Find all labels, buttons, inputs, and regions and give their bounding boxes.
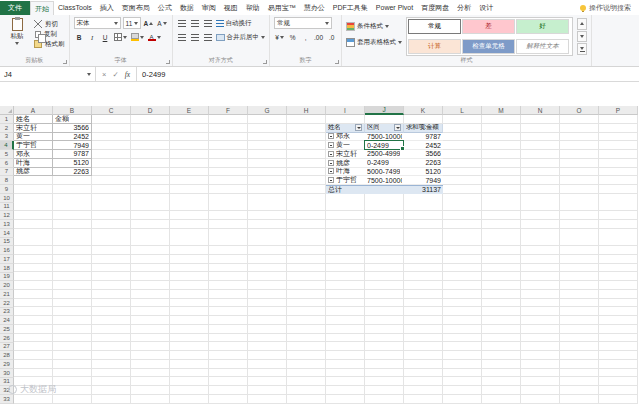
- wrap-text-button[interactable]: 自动换行: [216, 17, 252, 29]
- cell[interactable]: 总计: [326, 185, 365, 194]
- column-header[interactable]: N: [521, 106, 560, 115]
- pivot-expand-icon[interactable]: [328, 151, 334, 157]
- cancel-button[interactable]: ×: [102, 70, 106, 79]
- cell[interactable]: 宋立轩: [14, 124, 53, 133]
- row-header[interactable]: 20: [0, 281, 14, 290]
- ribbon-tab[interactable]: ClassTools: [54, 1, 96, 15]
- row-header[interactable]: 27: [0, 343, 14, 352]
- ribbon-tab[interactable]: 分析: [453, 1, 475, 15]
- align-top-button[interactable]: [177, 17, 188, 29]
- row-header[interactable]: 25: [0, 325, 14, 334]
- dialog-launcher-icon[interactable]: [63, 60, 67, 64]
- column-header[interactable]: A: [14, 106, 53, 115]
- increase-font-button[interactable]: A: [143, 17, 155, 29]
- cell[interactable]: 3566: [404, 150, 443, 159]
- fill-color-button[interactable]: [130, 31, 145, 43]
- ribbon-tab[interactable]: 页面布局: [118, 1, 154, 15]
- row-header[interactable]: 3: [0, 133, 14, 142]
- cell-style-item[interactable]: 计算: [408, 39, 461, 54]
- pivot-expand-icon[interactable]: [328, 177, 334, 183]
- column-header[interactable]: J: [365, 106, 404, 115]
- row-header[interactable]: 17: [0, 255, 14, 264]
- pivot-expand-icon[interactable]: [328, 142, 334, 148]
- cell-style-item[interactable]: 解释性文本: [516, 39, 569, 54]
- row-header[interactable]: 12: [0, 211, 14, 220]
- row-header[interactable]: 1: [0, 115, 14, 124]
- row-header[interactable]: 28: [0, 351, 14, 360]
- cell[interactable]: 5120: [53, 159, 92, 168]
- row-header[interactable]: 8: [0, 176, 14, 185]
- align-center-button[interactable]: [190, 31, 201, 43]
- ribbon-tab[interactable]: 慧办公: [300, 1, 329, 15]
- row-header[interactable]: 14: [0, 229, 14, 238]
- borders-button[interactable]: [113, 31, 128, 43]
- dialog-launcher-icon[interactable]: [335, 60, 339, 64]
- comma-style-button[interactable]: ,: [300, 31, 311, 43]
- gallery-more-button[interactable]: [577, 43, 587, 55]
- paste-button[interactable]: 粘贴: [4, 17, 30, 56]
- column-header[interactable]: P: [599, 106, 638, 115]
- row-header[interactable]: 19: [0, 273, 14, 282]
- ribbon-tab[interactable]: 设计: [475, 1, 497, 15]
- cell[interactable]: 叶海: [326, 168, 365, 177]
- ribbon-tab[interactable]: 审阅: [198, 1, 220, 15]
- align-right-button[interactable]: [203, 31, 214, 43]
- formula-input[interactable]: 0-2499: [137, 67, 639, 81]
- percent-style-button[interactable]: %: [287, 31, 298, 43]
- copy-button[interactable]: 复制: [34, 30, 65, 38]
- row-header[interactable]: 4: [0, 141, 14, 150]
- row-header[interactable]: 22: [0, 299, 14, 308]
- column-header[interactable]: H: [287, 106, 326, 115]
- row-header[interactable]: 16: [0, 246, 14, 255]
- column-header[interactable]: F: [209, 106, 248, 115]
- row-header[interactable]: 13: [0, 220, 14, 229]
- ribbon-tab[interactable]: 帮助: [242, 1, 264, 15]
- cell[interactable]: 2452: [53, 133, 92, 142]
- cell[interactable]: 2263: [404, 159, 443, 168]
- column-header[interactable]: L: [443, 106, 482, 115]
- cell-style-item[interactable]: 常规: [408, 19, 461, 34]
- bold-button[interactable]: B: [74, 31, 85, 43]
- enter-button[interactable]: ✓: [112, 70, 118, 79]
- cell[interactable]: 姓名: [326, 124, 365, 133]
- cell[interactable]: 叶海: [14, 159, 53, 168]
- ribbon-tab[interactable]: 开始: [30, 1, 54, 15]
- row-header[interactable]: 5: [0, 150, 14, 159]
- column-header[interactable]: C: [92, 106, 131, 115]
- cell-style-item[interactable]: 差: [462, 19, 515, 34]
- cell[interactable]: 区间: [365, 124, 404, 133]
- cell[interactable]: 7500-10000: [365, 133, 404, 142]
- increase-decimal-button[interactable]: .00: [313, 31, 324, 43]
- font-color-button[interactable]: [147, 31, 162, 43]
- align-left-button[interactable]: [177, 31, 188, 43]
- cell[interactable]: 7500-10000: [365, 176, 404, 185]
- row-header[interactable]: 7: [0, 168, 14, 177]
- row-header[interactable]: 9: [0, 185, 14, 194]
- row-header[interactable]: 15: [0, 238, 14, 247]
- cell[interactable]: 5120: [404, 168, 443, 177]
- format-as-table-button[interactable]: 套用表格格式: [346, 36, 402, 49]
- row-header[interactable]: 2: [0, 124, 14, 133]
- cell[interactable]: 3566: [53, 124, 92, 133]
- cell-style-item[interactable]: 好: [516, 19, 569, 34]
- cell[interactable]: 0-2499: [365, 141, 404, 150]
- cell[interactable]: 邓永: [14, 150, 53, 159]
- cell[interactable]: 求和项:金额: [404, 124, 443, 133]
- ribbon-tab[interactable]: Power Pivot: [372, 1, 417, 15]
- select-all-corner[interactable]: [0, 106, 14, 115]
- cell[interactable]: 于宇哲: [326, 176, 365, 185]
- row-header[interactable]: 10: [0, 194, 14, 203]
- cell[interactable]: 金额: [53, 115, 92, 124]
- row-header[interactable]: 21: [0, 290, 14, 299]
- dialog-launcher-icon[interactable]: [263, 60, 267, 64]
- column-header[interactable]: I: [326, 106, 365, 115]
- filter-dropdown-icon[interactable]: [355, 124, 362, 131]
- pivot-expand-icon[interactable]: [328, 133, 334, 139]
- cell[interactable]: 31137: [404, 185, 443, 194]
- cell[interactable]: 黄一: [326, 141, 365, 150]
- ribbon-tab[interactable]: 插入: [96, 1, 118, 15]
- decrease-decimal-button[interactable]: .0: [326, 31, 337, 43]
- row-header[interactable]: 26: [0, 334, 14, 343]
- align-bottom-button[interactable]: [203, 17, 214, 29]
- gallery-scroll-up-button[interactable]: [577, 18, 587, 30]
